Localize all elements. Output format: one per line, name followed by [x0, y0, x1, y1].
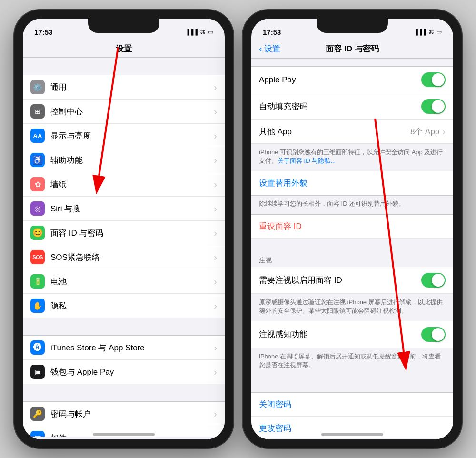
signal-icon: ▐▐▐: [185, 29, 198, 35]
settings-item-privacy[interactable]: ✋ 隐私: [23, 294, 225, 318]
settings-item-sos[interactable]: SOS SOS紧急联络: [23, 245, 225, 269]
passcode-group: 关闭密码 更改密码: [251, 392, 453, 438]
applepay-item[interactable]: Apple Pay: [251, 67, 453, 93]
page-title-left: 设置: [116, 44, 132, 53]
signal-icon-right: ▐▐▐: [414, 29, 426, 35]
siri-icon: ◎: [30, 201, 45, 216]
phone-screen-left: 17:53 ▐▐▐ ⌘ ▭ 设置 ⚙️ 通用: [23, 19, 225, 439]
wallpaper-label: 墙纸: [50, 179, 214, 190]
setup-appearance-group: 设置替用外貌: [251, 171, 453, 196]
settings-group-3: 🔑 密码与帐户 ✉ 邮件: [23, 401, 225, 437]
sos-chevron: [214, 252, 217, 263]
general-chevron: [214, 82, 217, 93]
privacy-icon: ✋: [30, 299, 45, 313]
phone-right: 17:53 ▐▐▐ ⌘ ▭ ‹ 设置 面容 ID 与密码 Apple Pay: [243, 10, 462, 448]
reset-faceid-group: 重设面容 ID: [251, 214, 453, 239]
time-right: 17:53: [263, 28, 281, 36]
display-icon: AA: [30, 129, 45, 143]
close-passcode-label: 关闭密码: [259, 399, 291, 410]
privacy-chevron: [214, 300, 217, 311]
attention-header: 注视: [251, 256, 453, 267]
settings-list[interactable]: ⚙️ 通用 ⊞ 控制中心 AA: [23, 58, 225, 437]
notch-left: [88, 19, 159, 33]
settings-item-wallpaper[interactable]: ✿ 墙纸: [23, 172, 225, 197]
passwords-label: 密码与帐户: [50, 408, 214, 419]
mail-icon: ✉: [30, 431, 45, 437]
wifi-icon: ⌘: [200, 29, 206, 35]
status-icons-right: ▐▐▐ ⌘ ▭: [414, 29, 442, 35]
siri-chevron: [214, 203, 217, 214]
wallet-label: 钱包与 Apple Pay: [50, 367, 214, 378]
battery-settings-icon: 🔋: [30, 274, 45, 289]
faceid-chevron: [214, 228, 217, 239]
settings-group-2: 🅐 iTunes Store 与 App Store ▣ 钱包与 Apple P…: [23, 335, 225, 384]
wallet-icon: ▣: [30, 365, 45, 379]
applepay-toggle[interactable]: [421, 72, 446, 87]
time-left: 17:53: [34, 28, 52, 36]
attention-aware-group: 注视感知功能: [251, 321, 453, 348]
attention-aware-description: iPhone 在调暗屏幕、解锁后展开通知或调低提醒音量之前，将查看您是否在注视屏…: [251, 348, 453, 375]
faceid-icon: 😊: [30, 226, 45, 240]
settings-item-wallet[interactable]: ▣ 钱包与 Apple Pay: [23, 360, 225, 384]
settings-item-control[interactable]: ⊞ 控制中心: [23, 100, 225, 124]
accessibility-label: 辅助功能: [50, 155, 214, 166]
nav-bar-left: 设置: [23, 40, 225, 58]
battery-icon: ▭: [208, 29, 213, 35]
settings-item-passwords[interactable]: 🔑 密码与帐户: [23, 402, 225, 426]
applepay-label: Apple Pay: [259, 75, 421, 85]
reset-faceid-label: 重设面容 ID: [259, 221, 302, 232]
settings-item-faceid[interactable]: 😊 面容 ID 与密码: [23, 221, 225, 245]
attention-aware-item[interactable]: 注视感知功能: [251, 321, 453, 348]
mail-chevron: [214, 433, 217, 437]
settings-item-itunes[interactable]: 🅐 iTunes Store 与 App Store: [23, 336, 225, 360]
settings-item-siri[interactable]: ◎ Siri 与搜: [23, 197, 225, 221]
require-attention-toggle[interactable]: [421, 273, 446, 288]
settings-item-accessibility[interactable]: ♿ 辅助功能: [23, 148, 225, 172]
control-icon: ⊞: [30, 104, 45, 119]
itunes-icon: 🅐: [30, 340, 45, 355]
siri-label: Siri 与搜: [50, 203, 214, 214]
other-apps-value: 8个 App: [410, 126, 439, 137]
wallpaper-chevron: [214, 179, 217, 190]
setup-appearance-item[interactable]: 设置替用外貌: [251, 171, 453, 195]
back-button[interactable]: ‹ 设置: [259, 43, 280, 54]
control-label: 控制中心: [50, 106, 214, 117]
faceid-settings-list[interactable]: Apple Pay 自动填充密码 其他 App 8个 App: [251, 59, 453, 438]
itunes-label: iTunes Store 与 App Store: [50, 342, 214, 353]
attention-aware-toggle[interactable]: [421, 327, 446, 342]
passwords-chevron: [214, 408, 217, 419]
settings-group-1: ⚙️ 通用 ⊞ 控制中心 AA: [23, 75, 225, 318]
notch-right: [317, 19, 388, 33]
phone-left: 17:53 ▐▐▐ ⌘ ▭ 设置 ⚙️ 通用: [14, 10, 233, 448]
wallet-chevron: [214, 367, 217, 378]
itunes-chevron: [214, 342, 217, 353]
attention-description: 原深感摄像头通过验证您在注视 iPhone 屏幕后进行解锁，以此提供额外的安全保…: [251, 294, 453, 321]
settings-item-display[interactable]: AA 显示与亮度: [23, 124, 225, 148]
general-label: 通用: [50, 82, 214, 93]
privacy-label: 隐私: [50, 300, 214, 311]
other-apps-chevron: [442, 126, 446, 137]
other-apps-label: 其他 App: [259, 126, 410, 137]
settings-item-general[interactable]: ⚙️ 通用: [23, 75, 225, 100]
require-attention-item[interactable]: 需要注视以启用面容 ID: [251, 267, 453, 294]
nav-bar-right: ‹ 设置 面容 ID 与密码: [251, 40, 453, 59]
accessibility-icon: ♿: [30, 153, 45, 167]
faceid-description: iPhone 可识别您独有的三维面部特征，以允许安全访问 App 及进行支付。关…: [251, 144, 453, 171]
close-passcode-item[interactable]: 关闭密码: [251, 393, 453, 417]
attention-group: 需要注视以启用面容 ID: [251, 267, 453, 294]
privacy-link[interactable]: 关于面容 ID 与隐私...: [278, 157, 336, 164]
settings-item-battery[interactable]: 🔋 电池: [23, 269, 225, 294]
other-apps-item[interactable]: 其他 App 8个 App: [251, 120, 453, 144]
reset-faceid-item[interactable]: 重设面容 ID: [251, 215, 453, 239]
wifi-icon-right: ⌘: [428, 29, 434, 35]
faceid-group-1: Apple Pay 自动填充密码 其他 App 8个 App: [251, 66, 453, 144]
autofill-toggle[interactable]: [421, 99, 446, 114]
faceid-label: 面容 ID 与密码: [50, 228, 214, 239]
autofill-item[interactable]: 自动填充密码: [251, 93, 453, 120]
accessibility-chevron: [214, 155, 217, 166]
general-icon: ⚙️: [30, 80, 45, 94]
autofill-label: 自动填充密码: [259, 101, 421, 112]
status-icons-left: ▐▐▐ ⌘ ▭: [185, 29, 213, 35]
home-indicator-left: [93, 433, 155, 436]
change-passcode-label: 更改密码: [259, 423, 291, 434]
